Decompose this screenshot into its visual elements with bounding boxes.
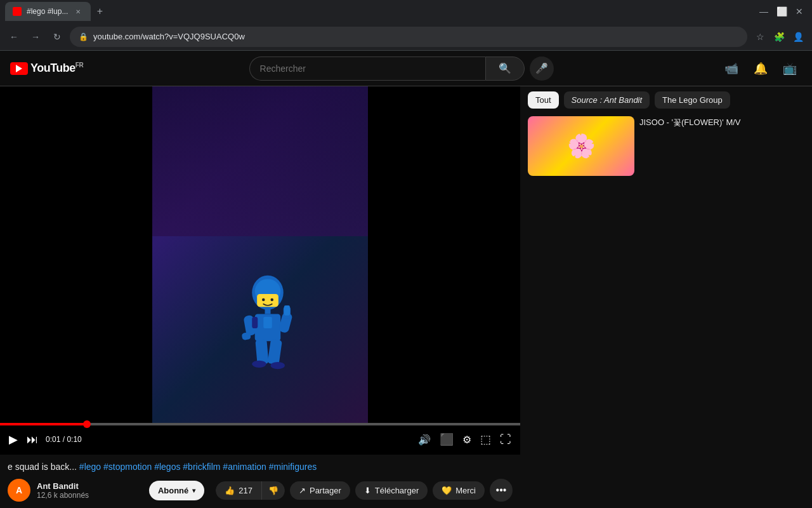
youtube-header: YouTubeFR 🔍 🎤 📹 🔔 📺 <box>0 51 812 86</box>
channel-name: Ant Bandit <box>37 481 143 491</box>
next-button[interactable]: ⏭ <box>25 432 39 448</box>
forward-button[interactable]: → <box>27 28 44 46</box>
channel-subscribers: 12,6 k abonnés <box>37 491 143 500</box>
subscribe-label: Abonné <box>158 486 188 495</box>
notifications-icon[interactable]: 🔔 <box>749 57 773 81</box>
fullscreen-button[interactable]: ⛶ <box>499 432 513 448</box>
filter-lego-button[interactable]: The Lego Group <box>655 91 730 109</box>
hashtag-lego[interactable]: #lego <box>79 462 101 472</box>
video-progress-fill <box>0 423 87 425</box>
lego-figure <box>230 271 306 388</box>
hashtag-legos[interactable]: #legos <box>154 462 180 472</box>
tab-favicon <box>13 7 22 16</box>
channel-info: Ant Bandit 12,6 k abonnés <box>37 481 143 500</box>
youtube-logo-icon <box>10 62 28 75</box>
reload-button[interactable]: ↻ <box>48 28 66 46</box>
theater-mode-icon[interactable]: 📺 <box>778 57 802 81</box>
search-bar: 🔍 🎤 <box>249 57 554 81</box>
rec-title: JISOO - '꽃(FLOWER)' M/V <box>639 117 754 128</box>
svg-point-16 <box>252 361 266 368</box>
download-button[interactable]: ⬇ Télécharger <box>355 481 428 500</box>
browser-tab-bar: #lego #lup... ✕ + — ⬜ ✕ <box>0 0 812 23</box>
video-frame <box>152 86 368 423</box>
tab-close-button[interactable]: ✕ <box>73 6 83 17</box>
video-info: e squad is back... #lego #stopmotion #le… <box>0 455 520 508</box>
browser-tabs: #lego #lup... ✕ + <box>5 0 108 23</box>
svg-rect-6 <box>265 309 271 314</box>
recommendation-item[interactable]: 🌸 JISOO - '꽃(FLOWER)' M/V <box>528 116 754 176</box>
sidebar-filters: Tout Source : Ant Bandit The Lego Group <box>528 91 754 109</box>
rec-info: JISOO - '꽃(FLOWER)' M/V <box>639 116 754 176</box>
download-label: Télécharger <box>375 486 419 495</box>
active-tab[interactable]: #lego #lup... ✕ <box>5 2 91 21</box>
video-progress-bar[interactable] <box>0 423 520 425</box>
svg-rect-18 <box>252 317 258 328</box>
tab-title: #lego #lup... <box>27 7 68 16</box>
dislike-button[interactable]: 👎 <box>262 481 285 500</box>
settings-button[interactable]: ⚙ <box>461 432 473 447</box>
video-player[interactable] <box>0 86 520 423</box>
more-actions-button[interactable]: ••• <box>490 479 513 502</box>
address-bar[interactable]: 🔒 youtube.com/watch?v=VQJQ9SUACQ0w <box>70 27 747 47</box>
svg-rect-3 <box>259 297 277 306</box>
search-container: 🔍 🎤 <box>93 57 709 81</box>
hashtag-animation[interactable]: #animation <box>223 462 266 472</box>
rec-thumbnail: 🌸 <box>528 116 634 176</box>
like-count: 217 <box>239 486 252 495</box>
profile-icon[interactable]: 👤 <box>789 28 807 46</box>
subscribe-chevron-icon: ▾ <box>192 487 195 494</box>
search-button[interactable]: 🔍 <box>485 57 525 81</box>
share-label: Partager <box>310 486 341 495</box>
filter-source-button[interactable]: Source : Ant Bandit <box>564 91 650 109</box>
filter-all-button[interactable]: Tout <box>528 91 559 109</box>
close-window-button[interactable]: ✕ <box>792 4 807 19</box>
url-text: youtube.com/watch?v=VQJQ9SUACQ0w <box>93 32 245 41</box>
toolbar-buttons: ☆ 🧩 👤 <box>751 28 807 46</box>
thanks-button[interactable]: 💛 Merci <box>433 481 485 500</box>
svg-rect-13 <box>284 305 290 316</box>
svg-point-5 <box>271 298 274 302</box>
volume-button[interactable]: 🔊 <box>417 432 432 447</box>
channel-row: A Ant Bandit 12,6 k abonnés Abonné ▾ 👍 2… <box>8 479 513 502</box>
svg-point-4 <box>262 298 265 302</box>
rec-thumb-icon: 🌸 <box>567 133 596 159</box>
voice-search-button[interactable]: 🎤 <box>530 57 554 81</box>
thanks-label: Merci <box>455 486 476 495</box>
back-button[interactable]: ← <box>5 28 23 46</box>
channel-avatar[interactable]: A <box>8 479 30 502</box>
video-controls: ▶ ⏭ 0:01 / 0:10 🔊 ⬛ ⚙ ⬚ ⛶ <box>0 425 520 455</box>
bookmark-icon[interactable]: ☆ <box>751 28 769 46</box>
header-right-icons: 📹 🔔 📺 <box>719 57 802 81</box>
like-dislike-group: 👍 217 👎 <box>216 481 285 500</box>
time-display: 0:01 / 0:10 <box>46 435 82 444</box>
svg-point-17 <box>271 362 285 369</box>
create-icon[interactable]: 📹 <box>719 57 743 81</box>
lock-icon: 🔒 <box>79 32 88 41</box>
svg-rect-8 <box>263 317 272 328</box>
subscribe-button[interactable]: Abonné ▾ <box>149 481 204 500</box>
video-title-text: e squad is back... <box>8 462 79 472</box>
search-input[interactable] <box>249 57 485 81</box>
miniplayer-button[interactable]: ⬚ <box>479 431 492 448</box>
minimize-button[interactable]: — <box>756 4 771 19</box>
new-tab-button[interactable]: + <box>91 3 108 20</box>
youtube-logo-text: YouTubeFR <box>30 62 83 75</box>
svg-rect-15 <box>268 339 282 364</box>
hashtag-minifigures[interactable]: #minifigures <box>269 462 317 472</box>
address-bar-row: ← → ↻ 🔒 youtube.com/watch?v=VQJQ9SUACQ0w… <box>0 23 812 51</box>
video-progress-dot <box>83 420 91 428</box>
play-pause-button[interactable]: ▶ <box>8 431 19 448</box>
hashtag-stopmotion[interactable]: #stopmotion <box>103 462 152 472</box>
share-button[interactable]: ↗ Partager <box>290 481 350 500</box>
video-title: e squad is back... #lego #stopmotion #le… <box>8 461 513 474</box>
extension-icon[interactable]: 🧩 <box>770 28 788 46</box>
video-area: ▶ ⏭ 0:01 / 0:10 🔊 ⬛ ⚙ ⬚ ⛶ e squad is bac… <box>0 86 520 508</box>
main-content: ▶ ⏭ 0:01 / 0:10 🔊 ⬛ ⚙ ⬚ ⛶ e squad is bac… <box>0 86 812 508</box>
browser-window-controls: — ⬜ ✕ <box>756 4 807 19</box>
sidebar: Tout Source : Ant Bandit The Lego Group … <box>520 86 761 508</box>
youtube-logo[interactable]: YouTubeFR <box>10 62 83 75</box>
maximize-button[interactable]: ⬜ <box>774 4 789 19</box>
like-button[interactable]: 👍 217 <box>216 481 262 500</box>
subtitles-button[interactable]: ⬛ <box>438 431 455 448</box>
hashtag-brickfilm[interactable]: #brickfilm <box>183 462 220 472</box>
